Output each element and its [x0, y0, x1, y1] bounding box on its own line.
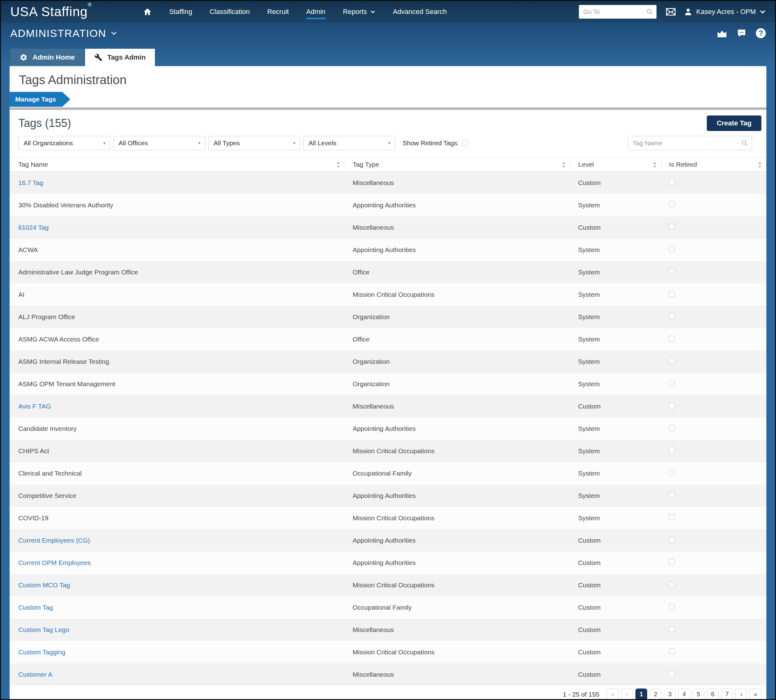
is-retired-checkbox[interactable] — [669, 268, 675, 274]
prev-page-button[interactable]: ‹ — [621, 688, 633, 700]
levels-filter[interactable]: All Levels ▾ — [303, 136, 395, 150]
is-retired-checkbox[interactable] — [669, 492, 675, 498]
caret-down-icon: ▾ — [388, 140, 390, 146]
first-page-button[interactable]: « — [607, 688, 619, 700]
nav-item-reports[interactable]: Reports — [343, 8, 376, 16]
organizations-filter[interactable]: All Organizations ▾ — [18, 136, 110, 150]
tag-link[interactable]: Custom Tag Lego — [18, 626, 69, 633]
is-retired-checkbox[interactable] — [669, 604, 675, 610]
is-retired-checkbox[interactable] — [669, 537, 675, 543]
is-retired-checkbox[interactable] — [669, 202, 675, 207]
tag-link[interactable]: Avis F TAG — [18, 403, 51, 410]
help-icon[interactable]: ? — [756, 28, 766, 38]
is-retired-checkbox[interactable] — [669, 470, 675, 475]
home-icon[interactable] — [143, 7, 152, 16]
sort-icon[interactable] — [561, 162, 566, 168]
tab-tags-admin[interactable]: Tags Admin — [85, 49, 155, 66]
nav-item-staffing[interactable]: Staffing — [169, 8, 192, 16]
tag-level-cell: System — [571, 261, 661, 283]
table-row: ASMG Internal Release Testing Organizati… — [10, 350, 766, 373]
create-tag-button[interactable]: Create Tag — [707, 115, 761, 131]
user-name: Kasey Acres - OPM — [696, 8, 756, 16]
column-header-level[interactable]: Level — [571, 157, 661, 172]
page-button-2[interactable]: 2 — [649, 688, 661, 700]
table-row: COVID-19 Mission Critical Occupations Sy… — [10, 507, 766, 529]
tag-name-search-input[interactable] — [628, 136, 752, 150]
tag-name-text: ASMG OPM Tenant Management — [10, 373, 345, 395]
registered-mark: ® — [88, 2, 92, 8]
is-retired-checkbox[interactable] — [669, 626, 675, 632]
last-page-button[interactable]: » — [749, 688, 761, 700]
tag-type-cell: Appointing Authorities — [345, 239, 571, 261]
breadcrumb-manage-tags[interactable]: Manage Tags — [10, 92, 70, 107]
offices-filter[interactable]: All Offices ▾ — [113, 136, 205, 150]
page-button-1[interactable]: 1 — [635, 688, 647, 700]
tag-type-cell: Appointing Authorities — [345, 418, 571, 440]
page-button-6[interactable]: 6 — [707, 688, 719, 700]
show-retired-checkbox[interactable] — [462, 140, 468, 146]
tag-level-cell: System — [571, 328, 661, 350]
is-retired-checkbox[interactable] — [669, 380, 675, 386]
tag-type-cell: Appointing Authorities — [345, 485, 571, 507]
page-button-5[interactable]: 5 — [693, 688, 704, 700]
user-menu[interactable]: Kasey Acres - OPM — [684, 7, 766, 16]
tags-table: Tag Name Tag Type Level Is Retired 16.7 … — [10, 157, 766, 686]
page-button-4[interactable]: 4 — [678, 688, 690, 700]
is-retired-checkbox[interactable] — [669, 514, 675, 520]
tag-link[interactable]: Current Employees (CG) — [18, 537, 90, 544]
search-icon — [646, 8, 653, 15]
is-retired-checkbox[interactable] — [669, 313, 675, 319]
tag-link[interactable]: 16.7 Tag — [18, 179, 43, 186]
tag-type-cell: Mission Critical Occupations — [345, 440, 571, 462]
goto-input[interactable] — [579, 5, 656, 18]
comment-icon[interactable] — [736, 28, 746, 38]
is-retired-checkbox[interactable] — [669, 358, 675, 364]
column-header-tag-type[interactable]: Tag Type — [345, 157, 571, 172]
tag-link[interactable]: Current OPM Employees — [18, 559, 91, 566]
tag-link[interactable]: Custom MCO Tag — [18, 582, 70, 588]
sort-icon[interactable] — [653, 162, 657, 168]
tag-link[interactable]: Custom Tag — [18, 604, 53, 611]
is-retired-checkbox[interactable] — [669, 582, 675, 587]
nav-item-recruit[interactable]: Recruit — [267, 8, 289, 16]
tag-link[interactable]: Customer A — [18, 671, 52, 678]
next-page-button[interactable]: › — [735, 688, 747, 700]
tag-level-cell: System — [571, 485, 661, 507]
tab-admin-home[interactable]: Admin Home — [10, 49, 84, 66]
mail-icon[interactable] — [666, 8, 676, 16]
is-retired-checkbox[interactable] — [669, 425, 675, 431]
column-header-tag-name[interactable]: Tag Name — [10, 157, 345, 172]
tag-type-cell: Mission Critical Occupations — [345, 641, 571, 663]
table-row: 16.7 Tag Miscellaneous Custom — [10, 172, 766, 194]
column-header-is-retired[interactable]: Is Retired — [661, 157, 766, 172]
is-retired-checkbox[interactable] — [669, 224, 675, 230]
sort-icon[interactable] — [758, 162, 762, 168]
is-retired-checkbox[interactable] — [669, 648, 675, 654]
sort-icon[interactable] — [336, 162, 340, 168]
is-retired-checkbox[interactable] — [669, 447, 675, 453]
table-row: Custom Tag Lego Miscellaneous Custom — [10, 619, 766, 641]
nav-item-classification[interactable]: Classification — [210, 8, 250, 16]
is-retired-checkbox[interactable] — [669, 335, 675, 342]
is-retired-checkbox[interactable] — [669, 291, 675, 297]
tag-type-cell: Mission Critical Occupations — [345, 574, 571, 596]
chart-icon[interactable] — [717, 28, 727, 38]
nav-item-admin[interactable]: Admin — [306, 8, 325, 19]
is-retired-checkbox[interactable] — [669, 559, 675, 565]
section-header-zone: ADMINISTRATION ? Admin Home Tags Admin — [1, 23, 775, 66]
is-retired-checkbox[interactable] — [669, 403, 675, 408]
nav-item-advanced-search[interactable]: Advanced Search — [393, 8, 447, 16]
is-retired-checkbox[interactable] — [669, 246, 675, 252]
page-button-3[interactable]: 3 — [664, 688, 676, 700]
tag-level-cell: System — [571, 507, 661, 529]
tag-link[interactable]: 61024 Tag — [18, 224, 49, 231]
tag-link[interactable]: Custom Tagging — [18, 648, 65, 656]
section-title[interactable]: ADMINISTRATION — [10, 27, 117, 40]
tag-level-cell: System — [571, 283, 661, 306]
is-retired-checkbox[interactable] — [669, 179, 675, 185]
tag-type-cell: Organization — [345, 373, 571, 395]
types-filter[interactable]: All Types ▾ — [208, 136, 300, 150]
tag-level-cell: Custom — [571, 217, 661, 239]
is-retired-checkbox[interactable] — [669, 671, 675, 677]
page-button-7[interactable]: 7 — [721, 688, 733, 700]
